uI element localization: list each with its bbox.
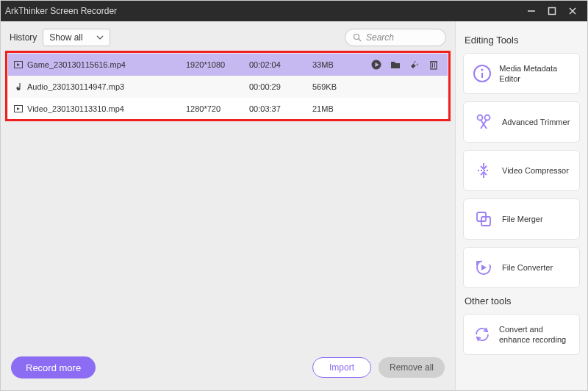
file-resolution: 1920*1080 [186,60,249,69]
file-duration: 00:02:04 [249,60,312,69]
file-name: Audio_230130114947.mp3 [26,82,186,91]
close-button[interactable] [562,1,583,21]
video-icon [11,61,26,68]
filter-value: Show all [49,32,82,43]
search-icon [353,33,366,42]
tool-label: File Merger [502,214,543,224]
file-resolution: 1280*720 [186,104,249,113]
tool-metadata-editor[interactable]: Media Metadata Editor [463,53,580,94]
tool-trimmer[interactable]: Advanced Trimmer [463,101,580,143]
tool-label: File Converter [502,262,553,273]
svg-point-14 [17,87,20,90]
titlebar: ArkThinker Screen Recorder [1,1,587,21]
file-duration: 00:00:29 [249,82,312,91]
svg-point-20 [478,115,483,121]
refresh-icon [473,323,492,345]
compress-icon [473,159,495,182]
file-size: 33MB [312,60,364,69]
content: History Show all Search Game_23013011561… [1,21,587,390]
file-size: 21MB [312,104,364,113]
delete-button[interactable] [429,60,439,70]
file-row[interactable]: Video_230130113310.mp4 1280*720 00:03:37… [8,98,448,120]
svg-marker-7 [17,63,20,66]
svg-marker-16 [17,107,20,110]
file-name: Video_230130113310.mp4 [26,104,186,113]
play-button[interactable] [371,60,381,70]
import-button[interactable]: Import [312,357,371,378]
app-window: ArkThinker Screen Recorder History Show … [0,0,588,391]
sidebar-title-other: Other tools [465,295,578,306]
file-row[interactable]: Game_230130115616.mp4 1920*1080 00:02:04… [8,54,448,76]
maximize-button[interactable] [542,1,562,21]
audio-icon [11,82,26,91]
svg-point-4 [354,35,359,40]
file-list: Game_230130115616.mp4 1920*1080 00:02:04… [8,54,448,120]
remove-all-button[interactable]: Remove all [379,357,445,378]
file-size: 569KB [312,82,364,91]
row-actions [371,60,445,70]
svg-marker-30 [481,265,487,270]
scissors-icon [473,111,495,133]
history-label: History [10,32,37,43]
file-duration: 00:03:37 [249,104,312,113]
tool-converter[interactable]: File Converter [463,247,580,288]
file-row[interactable]: Audio_230130114947.mp3 00:00:29 569KB [8,76,448,98]
tool-convert-enhance[interactable]: Convert and enhance recording [463,314,580,355]
svg-line-5 [359,39,361,41]
search-placeholder: Search [366,32,394,43]
tool-label: Media Metadata Editor [499,63,570,85]
convert-icon [473,257,495,279]
bottom-bar: Record more Import Remove all [1,345,455,390]
wrench-button[interactable] [409,60,420,70]
file-name: Game_230130115616.mp4 [26,60,186,69]
toolbar: History Show all Search [1,21,455,54]
minimize-button[interactable] [521,1,542,21]
tool-label: Convert and enhance recording [499,324,570,345]
tool-label: Advanced Trimmer [502,117,570,127]
svg-point-21 [485,115,490,121]
svg-rect-1 [549,8,556,15]
svg-point-18 [481,69,484,71]
info-icon [473,62,492,85]
window-title: ArkThinker Screen Recorder [5,6,521,16]
folder-button[interactable] [390,60,401,70]
tool-compressor[interactable]: Video Compressor [463,150,580,191]
sidebar-title-editing: Editing Tools [465,35,578,46]
sidebar: Editing Tools Media Metadata Editor Adva… [455,21,587,390]
tool-merger[interactable]: File Merger [463,198,580,240]
record-more-button[interactable]: Record more [11,356,96,379]
chevron-down-icon [96,35,104,40]
filter-select[interactable]: Show all [43,29,110,46]
tool-label: Video Compressor [502,165,569,176]
search-input[interactable]: Search [345,29,446,46]
video-icon [11,105,26,112]
main-panel: History Show all Search Game_23013011561… [1,21,455,390]
merge-icon [473,208,495,230]
svg-rect-10 [431,62,437,69]
